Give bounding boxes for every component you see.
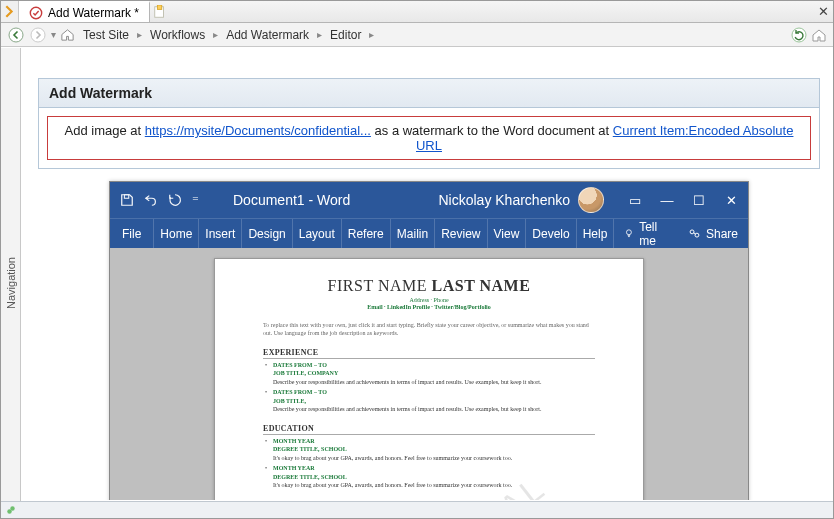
svg-rect-6 bbox=[124, 195, 128, 199]
last-name: LAST NAME bbox=[432, 277, 531, 294]
svg-point-4 bbox=[31, 28, 45, 42]
tell-me-button[interactable]: Tell me bbox=[614, 219, 678, 248]
edu-desc: It's okay to brag about your GPA, awards… bbox=[273, 482, 512, 488]
resume-name: FIRST NAME LAST NAME bbox=[263, 277, 595, 295]
ribbon-tab-references[interactable]: Refere bbox=[342, 219, 391, 248]
nav-back-button[interactable] bbox=[7, 26, 25, 44]
heading-education: EDUCATION bbox=[263, 424, 595, 435]
first-name: FIRST NAME bbox=[328, 277, 427, 294]
tell-me-label: Tell me bbox=[639, 220, 668, 248]
share-icon bbox=[688, 227, 701, 240]
document-title: Document1 - Word bbox=[233, 192, 350, 208]
ribbon-tab-layout[interactable]: Layout bbox=[293, 219, 342, 248]
resume-intro: To replace this text with your own, just… bbox=[263, 322, 595, 338]
ribbon-tab-help[interactable]: Help bbox=[577, 219, 615, 248]
content-area: Add Watermark Add image at https://mysit… bbox=[22, 48, 832, 500]
tab-add-watermark[interactable]: Add Watermark * bbox=[19, 1, 150, 22]
document-page: CONFIDENTIAL FIRST NAME LAST NAME Addres… bbox=[214, 258, 644, 500]
word-window: ⁼ Document1 - Word Nickolay Kharchenko ▭… bbox=[109, 181, 749, 500]
word-titlebar: ⁼ Document1 - Word Nickolay Kharchenko ▭… bbox=[110, 182, 748, 218]
user-name: Nickolay Kharchenko bbox=[438, 192, 570, 208]
quick-access-toolbar: ⁼ bbox=[120, 193, 199, 208]
redo-icon[interactable] bbox=[168, 193, 182, 207]
ribbon-tab-home[interactable]: Home bbox=[154, 219, 199, 248]
close-icon: ✕ bbox=[818, 4, 829, 19]
new-tab-icon bbox=[153, 5, 167, 19]
panel-title: Add Watermark bbox=[38, 78, 820, 108]
arrow-right-icon bbox=[30, 27, 46, 43]
lightbulb-icon bbox=[624, 227, 634, 240]
exp-desc: Describe your responsibilities and achie… bbox=[273, 379, 541, 385]
breadcrumb-item[interactable]: Workflows bbox=[146, 28, 209, 42]
edu-date: MONTH YEAR bbox=[273, 438, 595, 446]
sentence-text: as a watermark to the Word document at bbox=[371, 123, 613, 138]
nav-dropdown-icon[interactable]: ▾ bbox=[51, 29, 56, 40]
ribbon-tab-review[interactable]: Review bbox=[435, 219, 487, 248]
nav-forward-button[interactable] bbox=[29, 26, 47, 44]
share-label: Share bbox=[706, 227, 738, 241]
avatar[interactable] bbox=[578, 187, 604, 213]
window-controls: ▭ — ☐ ✕ bbox=[628, 193, 738, 208]
home-icon[interactable] bbox=[60, 27, 75, 42]
close-icon[interactable]: ✕ bbox=[724, 193, 738, 208]
arrow-left-icon bbox=[8, 27, 24, 43]
tab-title: Add Watermark * bbox=[48, 6, 139, 20]
expand-tabs-button[interactable] bbox=[1, 1, 19, 22]
close-tab-button[interactable]: ✕ bbox=[813, 1, 833, 22]
ribbon-tab-mailings[interactable]: Mailin bbox=[391, 219, 435, 248]
refresh-icon[interactable] bbox=[791, 27, 807, 43]
status-bar bbox=[1, 501, 833, 518]
exp-role: JOB TITLE, bbox=[273, 398, 595, 406]
svg-point-11 bbox=[10, 506, 15, 511]
ribbon-tab-insert[interactable]: Insert bbox=[199, 219, 242, 248]
exp-date: DATES FROM – TO bbox=[273, 362, 595, 370]
chevron-right-icon bbox=[1, 3, 18, 20]
word-canvas: CONFIDENTIAL FIRST NAME LAST NAME Addres… bbox=[110, 248, 748, 500]
share-button[interactable]: Share bbox=[678, 219, 748, 248]
exp-role: JOB TITLE, COMPANY bbox=[273, 370, 595, 378]
breadcrumb-root[interactable]: Test Site bbox=[79, 28, 133, 42]
breadcrumb-item[interactable]: Editor bbox=[326, 28, 365, 42]
education-item: MONTH YEAR DEGREE TITLE, SCHOOL It's oka… bbox=[263, 438, 595, 463]
edu-date: MONTH YEAR bbox=[273, 465, 595, 473]
heading-experience: EXPERIENCE bbox=[263, 348, 595, 359]
resume-links: Email · LinkedIn Profile · Twitter/Blog/… bbox=[263, 304, 595, 310]
status-icon bbox=[5, 504, 17, 516]
image-url-link[interactable]: https://mysite/Documents/confidential... bbox=[145, 123, 371, 138]
undo-icon[interactable] bbox=[144, 193, 158, 207]
ribbon-tab-design[interactable]: Design bbox=[242, 219, 292, 248]
tab-document-icon bbox=[29, 6, 43, 20]
education-item: MONTH YEAR DEGREE TITLE, SCHOOL It's oka… bbox=[263, 465, 595, 490]
breadcrumb-item[interactable]: Add Watermark bbox=[222, 28, 313, 42]
exp-date: DATES FROM – TO bbox=[273, 389, 595, 397]
home-small-icon[interactable] bbox=[811, 27, 827, 43]
ribbon-tab-developer[interactable]: Develo bbox=[526, 219, 576, 248]
edu-desc: It's okay to brag about your GPA, awards… bbox=[273, 455, 512, 461]
ribbon-options-icon[interactable]: ▭ bbox=[628, 193, 642, 208]
svg-rect-2 bbox=[157, 5, 161, 9]
svg-point-7 bbox=[627, 230, 632, 235]
panel-body: Add image at https://mysite/Documents/co… bbox=[38, 108, 820, 169]
qat-more-icon[interactable]: ⁼ bbox=[192, 193, 199, 208]
left-nav-label: Navigation bbox=[5, 257, 17, 309]
svg-point-8 bbox=[690, 230, 694, 234]
breadcrumb-bar: ▾ Test Site ▸ Workflows ▸ Add Watermark … bbox=[1, 23, 833, 47]
maximize-icon[interactable]: ☐ bbox=[692, 193, 706, 208]
workflow-sentence[interactable]: Add image at https://mysite/Documents/co… bbox=[47, 116, 811, 160]
word-ribbon: File Home Insert Design Layout Refere Ma… bbox=[110, 218, 748, 248]
ribbon-tab-file[interactable]: File bbox=[110, 219, 154, 248]
edu-role: DEGREE TITLE, SCHOOL bbox=[273, 474, 595, 482]
resume-subtitle: Address · Phone bbox=[263, 297, 595, 303]
word-preview: ⁼ Document1 - Word Nickolay Kharchenko ▭… bbox=[38, 181, 820, 500]
experience-item: DATES FROM – TO JOB TITLE, Describe your… bbox=[263, 389, 595, 414]
svg-point-3 bbox=[9, 28, 23, 42]
new-tab-button[interactable] bbox=[150, 1, 170, 22]
minimize-icon[interactable]: — bbox=[660, 193, 674, 208]
chevron-right-icon: ▸ bbox=[317, 29, 322, 40]
exp-desc: Describe your responsibilities and achie… bbox=[273, 406, 541, 412]
chevron-right-icon: ▸ bbox=[213, 29, 218, 40]
save-icon[interactable] bbox=[120, 193, 134, 207]
left-navigation-strip[interactable]: Navigation bbox=[1, 48, 21, 518]
ribbon-tab-view[interactable]: View bbox=[488, 219, 527, 248]
chevron-right-icon: ▸ bbox=[137, 29, 142, 40]
